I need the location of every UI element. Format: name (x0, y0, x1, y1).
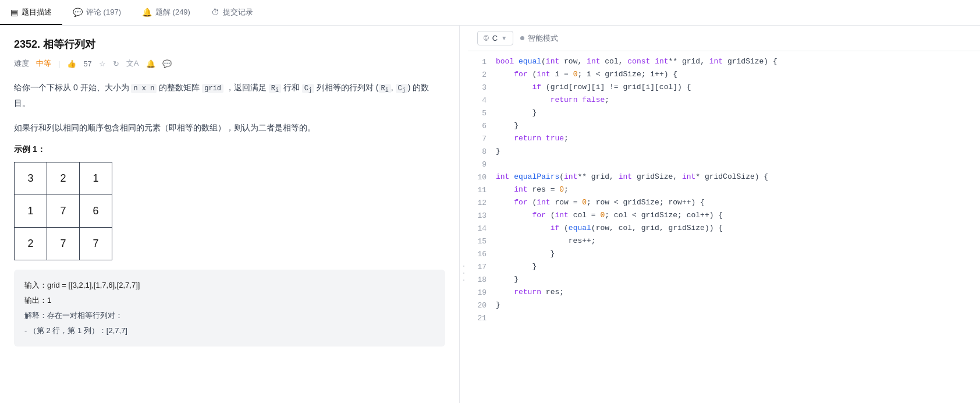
line-number: 21 (468, 312, 496, 325)
code-line: 4 return false; (468, 94, 980, 107)
bell-icon[interactable]: 🔔 (146, 59, 155, 68)
line-content[interactable]: } (496, 274, 980, 286)
line-content[interactable]: } (496, 261, 980, 273)
grid-cell: 7 (80, 227, 112, 260)
problem-description-2: 如果行和列以相同的顺序包含相同的元素（即相等的数组），则认为二者是相等的。 (14, 121, 445, 135)
chevron-down-icon: ▼ (501, 35, 507, 41)
refresh-icon[interactable]: ↻ (113, 59, 119, 68)
line-number: 9 (468, 158, 496, 171)
description-icon: ▤ (10, 8, 18, 17)
translate-icon[interactable]: 文A (126, 58, 139, 69)
line-number: 4 (468, 94, 496, 107)
grid-cell: 1 (15, 195, 47, 227)
line-number: 11 (468, 184, 496, 197)
code-editor[interactable]: 1bool equal(int row, int col, const int*… (468, 51, 980, 403)
main-layout: 2352. 相等行列对 难度 中等 | 👍 57 ☆ ↻ 文A 🔔 💬 给你一个… (0, 26, 980, 403)
line-content[interactable]: } (496, 299, 980, 312)
comments-icon: 💬 (73, 8, 83, 17)
code-line: 13 for (int col = 0; col < gridSize; col… (468, 210, 980, 222)
line-number: 16 (468, 248, 496, 261)
line-number: 8 (468, 146, 496, 158)
grid-cell: 1 (80, 162, 112, 195)
line-content[interactable]: if (equal(row, col, grid, gridSize)) { (496, 222, 980, 235)
line-number: 15 (468, 235, 496, 248)
code-line: 16 } (468, 248, 980, 261)
code-line: 11 int res = 0; (468, 184, 980, 197)
line-content[interactable]: } (496, 248, 980, 260)
line-content[interactable]: res++; (496, 235, 980, 248)
code-line: 15 res++; (468, 235, 980, 248)
thumbs-up-icon[interactable]: 👍 (67, 59, 76, 68)
line-number: 2 (468, 69, 496, 82)
submissions-icon: ⏱ (211, 8, 219, 17)
line-content[interactable]: return true; (496, 133, 980, 145)
tab-description[interactable]: ▤ 题目描述 (0, 0, 62, 25)
line-content[interactable]: for (int col = 0; col < gridSize; col++)… (496, 210, 980, 222)
code-line: 14 if (equal(row, col, grid, gridSize)) … (468, 222, 980, 235)
line-number: 20 (468, 299, 496, 312)
ai-dot-icon (520, 36, 524, 40)
line-number: 5 (468, 107, 496, 120)
right-panel: © C ▼ 智能模式 1bool equal(int row, int col,… (468, 26, 980, 403)
line-number: 7 (468, 133, 496, 146)
code-line: 9 (468, 158, 980, 171)
code-line: 5 } (468, 107, 980, 120)
code-line: 20} (468, 299, 980, 312)
left-panel: 2352. 相等行列对 难度 中等 | 👍 57 ☆ ↻ 文A 🔔 💬 给你一个… (0, 26, 460, 403)
grid-cell: 3 (15, 162, 47, 195)
line-number: 14 (468, 222, 496, 235)
tab-solutions[interactable]: 🔔 题解 (249) (132, 0, 201, 25)
line-number: 12 (468, 197, 496, 210)
example-title: 示例 1： (14, 144, 445, 155)
line-number: 3 (468, 82, 496, 94)
problem-description-1: 给你一个下标从 0 开始、大小为 n x n 的整数矩阵 grid ，返回满足 … (14, 80, 445, 111)
grid-cell: 6 (80, 195, 112, 227)
lang-label: C (492, 34, 498, 43)
solutions-icon: 🔔 (142, 8, 152, 17)
line-number: 13 (468, 210, 496, 222)
line-content[interactable]: int equalPairs(int** grid, int gridSize,… (496, 171, 980, 183)
line-content[interactable]: for (int row = 0; row < gridSize; row++)… (496, 197, 980, 209)
line-number: 18 (468, 274, 496, 287)
problem-title: 2352. 相等行列对 (14, 37, 445, 51)
example-grid: 321176277 (14, 162, 112, 260)
line-content[interactable]: if (grid[row][i] != grid[i][col]) { (496, 82, 980, 94)
top-tabs: ▤ 题目描述 💬 评论 (197) 🔔 题解 (249) ⏱ 提交记录 (0, 0, 980, 26)
line-content[interactable]: } (496, 120, 980, 132)
line-content[interactable]: return res; (496, 287, 980, 299)
code-line: 3 if (grid[row][i] != grid[i][col]) { (468, 82, 980, 94)
language-selector[interactable]: © C ▼ (477, 31, 513, 45)
tab-submissions[interactable]: ⏱ 提交记录 (201, 0, 264, 25)
difficulty-badge: 中等 (36, 58, 51, 69)
grid-cell: 7 (47, 195, 80, 227)
code-line: 19 return res; (468, 287, 980, 299)
line-number: 19 (468, 287, 496, 299)
lang-icon: © (484, 34, 489, 43)
code-line: 8} (468, 146, 980, 158)
line-number: 17 (468, 261, 496, 274)
panel-divider: ••• (460, 26, 468, 403)
grid-cell: 7 (47, 227, 80, 260)
line-content[interactable]: } (496, 107, 980, 119)
code-line: 1bool equal(int row, int col, const int*… (468, 56, 980, 69)
share-icon[interactable]: 💬 (162, 59, 172, 68)
code-line: 6 } (468, 120, 980, 133)
line-content[interactable]: } (496, 146, 980, 158)
code-line: 2 for (int i = 0; i < gridSize; i++) { (468, 69, 980, 82)
code-line: 21 (468, 312, 980, 325)
line-content[interactable]: bool equal(int row, int col, const int**… (496, 56, 980, 68)
line-content[interactable]: for (int i = 0; i < gridSize; i++) { (496, 69, 980, 81)
code-line: 10int equalPairs(int** grid, int gridSiz… (468, 171, 980, 184)
line-number: 10 (468, 171, 496, 184)
code-line: 12 for (int row = 0; row < gridSize; row… (468, 197, 980, 210)
problem-meta: 难度 中等 | 👍 57 ☆ ↻ 文A 🔔 💬 (14, 58, 445, 69)
code-line: 7 return true; (468, 133, 980, 146)
line-content[interactable]: return false; (496, 94, 980, 107)
ai-mode-toggle[interactable]: 智能模式 (520, 33, 558, 44)
star-icon[interactable]: ☆ (99, 59, 106, 68)
line-number: 6 (468, 120, 496, 133)
tab-comments[interactable]: 💬 评论 (197) (62, 0, 132, 25)
line-content[interactable]: int res = 0; (496, 184, 980, 196)
grid-cell: 2 (15, 227, 47, 260)
line-number: 1 (468, 56, 496, 69)
